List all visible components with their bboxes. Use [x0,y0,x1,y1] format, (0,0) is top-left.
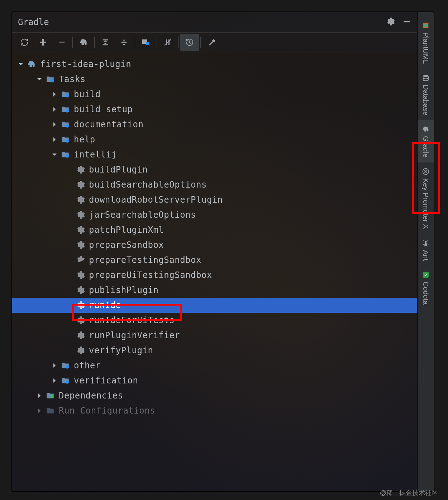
sidebar-item-key-promoter[interactable]: Key Promoter X [418,162,434,234]
task-patchPluginXml[interactable]: patchPluginXml [12,222,417,237]
gear-icon [75,180,85,190]
svg-rect-0 [404,21,410,22]
svg-rect-3 [59,42,65,43]
sidebar-item-gradle[interactable]: Gradle [418,120,434,162]
elephant-run-button[interactable] [74,34,93,51]
gear-icon [75,270,85,280]
project-label: first-idea-plugin [40,59,131,69]
tasks-label: Tasks [59,74,86,84]
tree-node-project[interactable]: first-idea-plugin [12,57,417,72]
folder-gear-icon [60,119,70,129]
chevron-right-icon [50,120,59,129]
task-buildSearchableOptions[interactable]: buildSearchableOptions [12,177,417,192]
gear-icon [75,165,85,175]
watermark: @稀土掘金技术社区 [380,489,438,497]
task-prepareSandbox[interactable]: prepareSandbox [12,237,417,253]
tree-node-other[interactable]: other [12,358,417,373]
right-tool-sidebar: PlantUML Database Gradle Key Promoter X … [417,12,434,491]
folder-gear-icon [60,360,70,371]
tree-node-build[interactable]: build [12,87,417,102]
gear-icon [75,300,85,310]
gear-icon [75,255,85,265]
wrench-button[interactable] [202,34,221,51]
task-publishPlugin[interactable]: publishPlugin [12,283,417,298]
task-runPluginVerifier[interactable]: runPluginVerifier [12,328,417,343]
svg-rect-8 [146,42,149,45]
tree-node-build-setup[interactable]: build setup [12,102,417,117]
svg-point-27 [424,243,427,246]
sidebar-item-ant[interactable]: Ant [418,234,434,266]
offline-mode-button[interactable] [158,34,177,51]
project-structure-button[interactable] [137,34,155,51]
tree-node-intellij[interactable]: intellij [12,147,417,162]
folder-gear-icon [60,89,70,99]
gear-icon [75,285,85,295]
task-runIdeForUiTests[interactable]: runIdeForUiTests [12,313,417,328]
gear-icon [75,315,85,325]
svg-rect-23 [424,24,427,27]
task-prepareUiTestingSandbox[interactable]: prepareUiTestingSandbox [12,268,417,283]
svg-rect-21 [52,395,53,398]
chevron-right-icon [50,90,59,99]
minimize-icon[interactable] [402,17,411,28]
svg-point-12 [51,79,54,82]
gear-icon[interactable] [386,17,395,28]
gear-icon [75,225,85,235]
tree-node-dependencies[interactable]: Dependencies [12,388,417,403]
folder-chart-icon [45,391,55,401]
svg-point-16 [66,140,69,143]
folder-icon [45,406,55,416]
gear-icon [75,345,85,355]
tree-node-help[interactable]: help [12,132,417,147]
task-prepareTestingSandbox[interactable]: prepareTestingSandbox [12,253,417,268]
gear-icon [75,195,85,205]
svg-rect-9 [166,39,167,45]
tree-node-documentation[interactable]: documentation [12,117,417,132]
svg-point-18 [66,365,69,369]
svg-point-24 [423,75,428,77]
svg-point-15 [66,124,69,128]
chevron-down-icon [35,75,44,84]
task-jarSearchableOptions[interactable]: jarSearchableOptions [12,207,417,222]
folder-gear-icon [60,135,70,145]
gear-icon [75,210,85,220]
folder-gear-icon [60,376,70,386]
recent-tasks-button[interactable] [180,34,199,51]
chevron-down-icon [16,60,25,69]
svg-point-19 [66,381,69,384]
panel-header: Gradle [12,12,417,32]
task-runIde[interactable]: runIde [12,298,417,313]
sidebar-item-database[interactable]: Database [418,69,434,121]
task-downloadRobotServerPlugin[interactable]: downloadRobotServerPlugin [12,192,417,207]
svg-rect-20 [51,396,52,398]
elephant-icon [27,59,37,69]
chevron-right-icon [50,135,59,144]
sidebar-item-plantuml[interactable]: PlantUML [418,16,434,69]
svg-line-11 [165,39,171,45]
svg-point-17 [66,155,69,158]
task-verifyPlugin[interactable]: verifyPlugin [12,343,417,358]
tree-node-run-configs[interactable]: Run Configurations [12,403,417,418]
chevron-right-icon [50,105,59,114]
svg-rect-2 [40,42,46,43]
folder-gear-icon [60,150,70,160]
remove-button[interactable] [52,34,71,51]
sidebar-item-codota[interactable]: Codota [418,266,434,310]
expand-all-button[interactable] [96,34,115,51]
svg-point-14 [66,109,69,113]
tree-node-verification[interactable]: verification [12,373,417,388]
collapse-all-button[interactable] [115,34,133,51]
toolbar [12,32,417,52]
gradle-tree: first-idea-plugin Tasks build bu [12,52,417,491]
task-buildPlugin[interactable]: buildPlugin [12,162,417,177]
svg-rect-5 [103,44,108,46]
add-button[interactable] [34,34,52,51]
tree-node-tasks[interactable]: Tasks [12,72,417,87]
panel-title: Gradle [18,17,386,27]
svg-point-13 [66,94,69,98]
refresh-button[interactable] [15,34,34,51]
chevron-down-icon [50,150,59,159]
svg-rect-6 [121,42,127,43]
svg-rect-28 [423,272,429,278]
chevron-right-icon [50,376,59,385]
